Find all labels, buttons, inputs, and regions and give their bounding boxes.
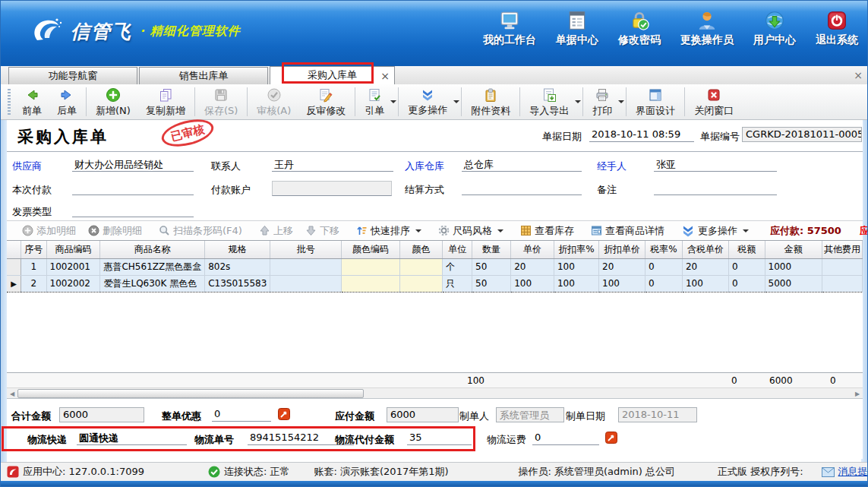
topnav-document-center[interactable]: 单据中心 (556, 10, 598, 47)
grid-cell[interactable]: 1002001 (46, 258, 100, 275)
supplier-field[interactable]: 财大办公用品经销处 (72, 157, 194, 172)
detail-button-查看库存[interactable]: 查看库存 (514, 223, 580, 239)
grid-cell[interactable] (399, 258, 442, 275)
payment-field[interactable] (72, 181, 194, 195)
row-marker-cell[interactable] (7, 258, 21, 275)
grid-column-header[interactable]: 折扣单价 (599, 241, 645, 258)
grid-column-header[interactable]: 其他费用 (822, 241, 862, 258)
dropdown-arrow-icon[interactable] (575, 100, 581, 103)
grid-cell[interactable]: 惠普CH561ZZ黑色墨盒 (100, 258, 205, 275)
remark-field[interactable] (654, 181, 777, 195)
hscroll-thumb[interactable] (17, 389, 364, 398)
tab-采购入库单[interactable]: 采购入库单× (270, 66, 395, 84)
detail-button-更多操作[interactable]: 更多操作 (675, 223, 755, 239)
grid-cell[interactable]: 100 (554, 275, 598, 292)
topnav-workstation[interactable]: 我的工作台 (483, 10, 536, 47)
grid-column-header[interactable]: 含税单价 (682, 241, 728, 258)
grid-cell[interactable]: 个 (443, 258, 472, 275)
contact-field[interactable]: 王丹 (272, 157, 393, 172)
tab-close-icon[interactable]: × (380, 68, 390, 84)
dropdown-arrow-icon[interactable] (618, 100, 624, 103)
toolbar-button-附件资料[interactable]: 附件资料 (463, 85, 518, 119)
dropdown-arrow-icon[interactable] (743, 229, 749, 232)
toolbar-button-复制新增[interactable]: 复制新增 (138, 85, 193, 119)
grid-cell[interactable] (341, 258, 399, 275)
grid-cell[interactable]: 0 (645, 258, 683, 275)
row-marker-cell[interactable]: ▶ (7, 275, 21, 292)
discount-edit-icon[interactable] (278, 408, 290, 420)
dropdown-arrow-icon[interactable] (390, 100, 396, 103)
grid-cell[interactable]: 2 (21, 275, 46, 292)
grid-cell[interactable]: 20 (682, 258, 728, 275)
grid-column-header[interactable]: 批号 (270, 241, 342, 258)
topnav-user-center[interactable]: 用户中心 (753, 10, 796, 47)
statusbar-message-center[interactable]: 消息提醒中心 (822, 465, 868, 479)
grid-cell[interactable]: 只 (443, 275, 472, 292)
tab-功能导航窗[interactable]: 功能导航窗 (8, 67, 137, 84)
grid-cell[interactable]: 0 (728, 275, 765, 292)
grid-cell[interactable] (270, 275, 342, 292)
topnav-exit-system[interactable]: 退出系统 (816, 10, 858, 47)
grid-column-header[interactable]: 商品编码 (46, 241, 100, 258)
grid-column-header[interactable]: 规格 (205, 241, 270, 258)
settle-field[interactable] (462, 181, 582, 195)
grid-cell[interactable]: 1000 (765, 258, 822, 275)
toolbar-button-关闭窗口[interactable]: 关闭窗口 (687, 85, 741, 119)
grid-cell[interactable]: 802s (205, 258, 270, 275)
toolbar-button-新增(N)[interactable]: 新增(N) (88, 85, 138, 119)
freight-field[interactable]: 0 (532, 431, 599, 445)
grid-column-header[interactable]: 颜色编码 (341, 241, 399, 258)
grid-cell[interactable]: 20 (599, 258, 645, 275)
grid-cell[interactable]: C13S015583 (205, 275, 270, 292)
dropdown-arrow-icon[interactable] (415, 229, 421, 232)
grid-column-header[interactable]: 数量 (472, 241, 511, 258)
discount-field[interactable]: 0 (212, 407, 271, 422)
invoice-field[interactable] (72, 203, 194, 217)
toolbar-button-导入导出[interactable]: 导入导出 (522, 85, 581, 119)
express-field[interactable]: 圆通快递 (77, 431, 187, 445)
grid-cell[interactable]: 50 (472, 275, 511, 292)
warehouse-field[interactable]: 总仓库 (462, 157, 582, 172)
table-row[interactable]: 11002001惠普CH561ZZ黑色墨盒802s个50201002002001… (7, 258, 863, 275)
grid-column-header[interactable]: 单价 (511, 241, 554, 258)
table-row[interactable]: ▶21002002爱普生LQ630K 黑色色C13S015583只5010010… (7, 275, 863, 292)
grid-cell[interactable]: 20 (511, 258, 554, 275)
grid-cell[interactable] (822, 258, 862, 275)
dropdown-arrow-icon[interactable] (497, 229, 503, 232)
grid-cell[interactable]: 1 (21, 258, 46, 275)
cod-field[interactable]: 35 (407, 431, 472, 445)
topnav-change-password[interactable]: 修改密码 (618, 10, 661, 47)
grid-column-header[interactable]: 金额 (765, 241, 822, 258)
toolbar-drag-handle[interactable] (8, 89, 11, 115)
detail-button-快速排序[interactable]: 快速排序 (350, 223, 428, 239)
handler-field[interactable]: 张亚 (654, 157, 777, 172)
detail-button-尺码风格[interactable]: 尺码风格 (432, 223, 510, 239)
grid-cell[interactable] (399, 275, 442, 292)
grid-cell[interactable]: 0 (728, 258, 765, 275)
grid-column-header[interactable]: 税额 (728, 241, 765, 258)
grid-cell[interactable]: 5000 (765, 275, 822, 292)
grid-column-header[interactable]: 折扣率% (554, 241, 598, 258)
dropdown-arrow-icon[interactable] (453, 100, 459, 103)
toolbar-button-界面设计[interactable]: 界面设计 (628, 85, 683, 119)
toolbar-button-更多操作[interactable]: 更多操作 (400, 85, 459, 119)
grid-cell[interactable]: 0 (645, 275, 683, 292)
account-field[interactable] (272, 181, 392, 196)
grid-column-header[interactable]: 商品名称 (100, 241, 205, 258)
grid-column-header[interactable]: 税率% (645, 241, 683, 258)
grid-cell[interactable] (822, 275, 862, 292)
toolbar-button-引单[interactable]: 引单 (357, 85, 396, 119)
grid-hscrollbar[interactable]: ◀ ▶ (7, 387, 863, 399)
toolbar-button-前单[interactable]: 前单 (14, 85, 49, 119)
toolbar-button-打印[interactable]: 打印 (585, 85, 624, 119)
grid-cell[interactable]: 1002002 (46, 275, 100, 292)
grid-cell[interactable]: 100 (599, 275, 645, 292)
toolbar-button-反审修改[interactable]: 反审修改 (298, 85, 353, 119)
grid-cell[interactable]: 100 (554, 258, 598, 275)
grid-column-header[interactable]: 序号 (21, 241, 46, 258)
topnav-switch-operator[interactable]: 更换操作员 (680, 10, 734, 47)
grid-column-header[interactable]: 单位 (443, 241, 472, 258)
grid-cell[interactable]: 100 (682, 275, 728, 292)
grid-column-header[interactable]: 颜色 (399, 241, 442, 258)
tabbar-close-icon[interactable]: × (854, 69, 863, 81)
